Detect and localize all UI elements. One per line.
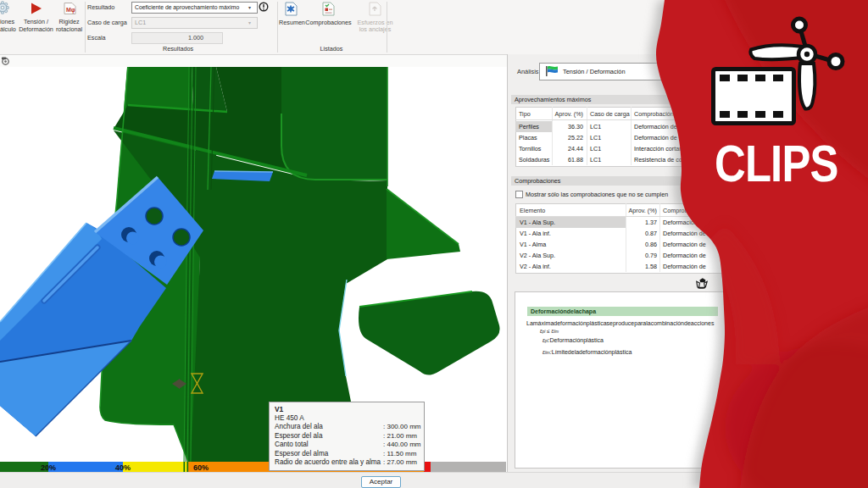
svg-text:CLIPS: CLIPS: [715, 134, 838, 192]
